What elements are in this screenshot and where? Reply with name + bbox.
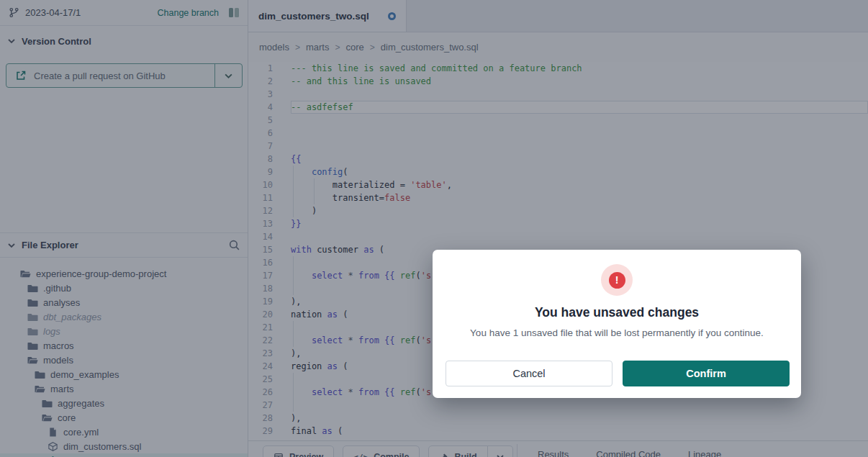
unsaved-changes-modal: ! You have unsaved changes You have 1 un…: [433, 250, 801, 398]
exclamation-icon: !: [609, 272, 625, 289]
dbt-ide-app: 2023-04-17/1 Change branch Version Contr…: [0, 0, 868, 457]
modal-body-text: You have 1 unsaved file that will be los…: [433, 327, 801, 338]
modal-actions: Cancel Confirm: [446, 361, 790, 386]
error-icon: !: [601, 264, 633, 296]
modal-title: You have unsaved changes: [433, 305, 801, 320]
cancel-button[interactable]: Cancel: [446, 361, 612, 386]
confirm-button[interactable]: Confirm: [623, 361, 790, 386]
